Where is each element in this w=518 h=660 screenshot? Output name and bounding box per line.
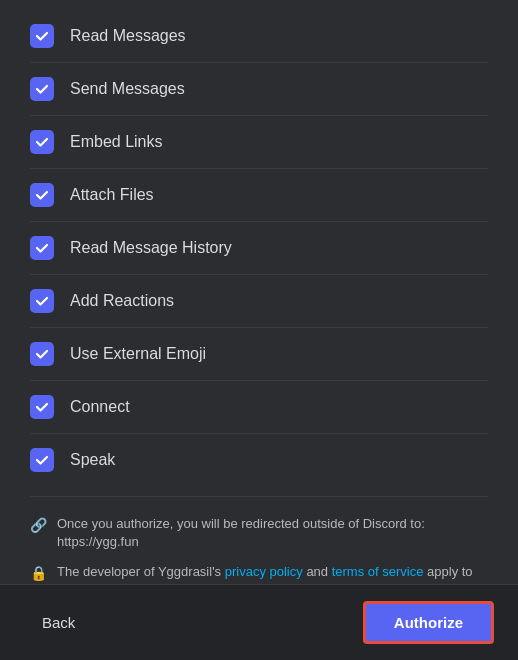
permission-list: Read MessagesSend MessagesEmbed LinksAtt…	[30, 10, 488, 486]
permission-item-connect: Connect	[30, 381, 488, 434]
lock-icon: 🔒	[30, 564, 47, 584]
terms-link[interactable]: terms of service	[332, 564, 424, 579]
permission-item-attach-files: Attach Files	[30, 169, 488, 222]
footer: Back Authorize	[0, 584, 518, 660]
redirect-info: 🔗 Once you authorize, you will be redire…	[30, 515, 488, 551]
permission-label-read-message-history: Read Message History	[70, 239, 232, 257]
back-button[interactable]: Back	[24, 604, 93, 641]
permission-item-speak: Speak	[30, 434, 488, 486]
checkbox-embed-links	[30, 130, 54, 154]
permission-item-embed-links: Embed Links	[30, 116, 488, 169]
permission-label-attach-files: Attach Files	[70, 186, 154, 204]
checkbox-read-message-history	[30, 236, 54, 260]
authorize-button[interactable]: Authorize	[363, 601, 494, 644]
checkbox-read-messages	[30, 24, 54, 48]
privacy-text: The developer of Yggdrasil's privacy pol…	[57, 563, 488, 584]
link-icon: 🔗	[30, 516, 47, 536]
redirect-text: Once you authorize, you will be redirect…	[57, 515, 488, 551]
permission-label-use-external-emoji: Use External Emoji	[70, 345, 206, 363]
privacy-info: 🔒 The developer of Yggdrasil's privacy p…	[30, 563, 488, 584]
permission-label-add-reactions: Add Reactions	[70, 292, 174, 310]
permission-label-embed-links: Embed Links	[70, 133, 163, 151]
privacy-policy-link[interactable]: privacy policy	[225, 564, 303, 579]
permission-label-speak: Speak	[70, 451, 115, 469]
checkbox-speak	[30, 448, 54, 472]
permission-label-connect: Connect	[70, 398, 130, 416]
permission-item-read-message-history: Read Message History	[30, 222, 488, 275]
permission-item-send-messages: Send Messages	[30, 63, 488, 116]
permission-label-read-messages: Read Messages	[70, 27, 186, 45]
permission-item-read-messages: Read Messages	[30, 10, 488, 63]
checkbox-attach-files	[30, 183, 54, 207]
divider	[30, 496, 488, 497]
permission-item-add-reactions: Add Reactions	[30, 275, 488, 328]
checkbox-use-external-emoji	[30, 342, 54, 366]
checkbox-send-messages	[30, 77, 54, 101]
main-content: Read MessagesSend MessagesEmbed LinksAtt…	[0, 0, 518, 584]
permission-label-send-messages: Send Messages	[70, 80, 185, 98]
info-section: 🔗 Once you authorize, you will be redire…	[30, 511, 488, 584]
checkbox-add-reactions	[30, 289, 54, 313]
checkbox-connect	[30, 395, 54, 419]
permission-item-use-external-emoji: Use External Emoji	[30, 328, 488, 381]
